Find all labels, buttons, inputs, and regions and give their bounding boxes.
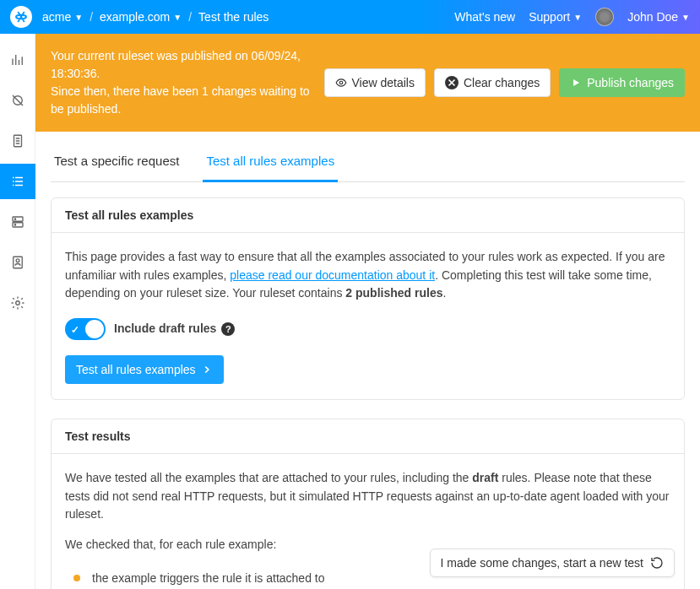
user-menu[interactable]: John Doe ▼ bbox=[627, 10, 690, 24]
sidebar-item-analytics[interactable] bbox=[0, 42, 35, 78]
sidebar-item-rules[interactable] bbox=[0, 164, 35, 199]
whats-new-link[interactable]: What's new bbox=[454, 10, 515, 24]
breadcrumb-separator: / bbox=[188, 10, 192, 24]
chevron-down-icon: ▼ bbox=[681, 13, 690, 22]
banner-text: Your current ruleset was published on 06… bbox=[51, 47, 316, 118]
sidebar-item-document[interactable] bbox=[0, 123, 35, 159]
sidebar bbox=[0, 34, 35, 589]
check-icon: ✓ bbox=[71, 322, 79, 338]
play-icon bbox=[570, 77, 582, 89]
test-all-button[interactable]: Test all rules examples bbox=[65, 355, 224, 384]
topbar-right: What's new Support ▼ John Doe ▼ bbox=[454, 8, 690, 26]
avatar[interactable] bbox=[595, 8, 614, 26]
svg-point-5 bbox=[14, 224, 15, 225]
sidebar-item-settings[interactable] bbox=[0, 285, 35, 321]
logo[interactable] bbox=[10, 6, 32, 28]
help-icon[interactable]: ? bbox=[221, 322, 235, 336]
toggle-label: Include draft rules ? bbox=[114, 320, 235, 338]
sidebar-item-server[interactable] bbox=[0, 204, 35, 240]
restart-test-button[interactable]: I made some changes, start a new test bbox=[430, 548, 675, 577]
topbar: acme ▼ / example.com ▼ / Test the rules … bbox=[0, 0, 700, 34]
publish-banner: Your current ruleset was published on 06… bbox=[35, 34, 700, 132]
main-content: Your current ruleset was published on 06… bbox=[35, 34, 700, 589]
sidebar-item-draw[interactable] bbox=[0, 83, 35, 118]
svg-point-8 bbox=[15, 301, 19, 305]
tabs: Test a specific request Test all rules e… bbox=[51, 145, 685, 182]
sidebar-item-profile[interactable] bbox=[0, 245, 35, 280]
chevron-right-icon bbox=[201, 364, 213, 376]
publish-changes-button[interactable]: Publish changes bbox=[559, 68, 685, 97]
documentation-link[interactable]: please read our documentation about it bbox=[230, 268, 435, 282]
tab-specific-request[interactable]: Test a specific request bbox=[51, 145, 182, 181]
svg-point-9 bbox=[339, 81, 343, 84]
svg-point-4 bbox=[14, 219, 15, 219]
clear-changes-button[interactable]: Clear changes bbox=[434, 68, 551, 97]
chevron-down-icon: ▼ bbox=[573, 13, 582, 22]
breadcrumb-site[interactable]: example.com ▼ bbox=[100, 10, 182, 24]
chevron-down-icon: ▼ bbox=[173, 13, 182, 22]
results-intro: We have tested all the examples that are… bbox=[65, 469, 670, 524]
panel-test-examples: Test all rules examples This page provid… bbox=[51, 197, 685, 400]
panel-title: Test all rules examples bbox=[52, 198, 684, 233]
view-details-button[interactable]: View details bbox=[324, 68, 426, 97]
svg-point-7 bbox=[16, 259, 19, 262]
tab-all-examples[interactable]: Test all rules examples bbox=[203, 145, 338, 182]
breadcrumb-separator: / bbox=[90, 10, 93, 24]
close-circle-icon bbox=[445, 76, 459, 89]
panel-title: Test results bbox=[52, 419, 684, 454]
breadcrumbs: acme ▼ / example.com ▼ / Test the rules bbox=[42, 10, 454, 24]
restart-icon bbox=[650, 556, 664, 570]
breadcrumb-page: Test the rules bbox=[198, 10, 269, 24]
breadcrumb-org[interactable]: acme ▼ bbox=[42, 10, 83, 24]
support-link[interactable]: Support ▼ bbox=[529, 10, 582, 24]
chevron-down-icon: ▼ bbox=[74, 13, 83, 22]
intro-text: This page provides a fast way to ensure … bbox=[65, 248, 670, 303]
eye-icon bbox=[335, 77, 347, 89]
include-draft-toggle[interactable]: ✓ bbox=[65, 318, 106, 340]
